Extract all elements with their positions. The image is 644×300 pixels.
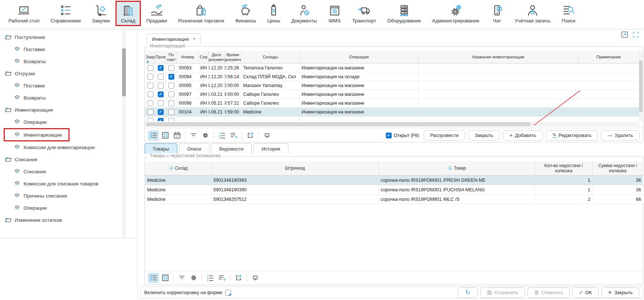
column-header-posted[interactable]: Пров bbox=[156, 51, 166, 64]
closed-checkbox[interactable] bbox=[147, 91, 153, 97]
nav-item-equipment[interactable]: Оборудование bbox=[382, 1, 427, 26]
sidebar-item-inventory-commissions[interactable]: Комиссии для инвентаризации bbox=[0, 141, 137, 153]
ok-button[interactable]: ✓OK bbox=[572, 288, 599, 298]
table-row[interactable]: ✓00097ИН15.03.2123:00:00Calliope Галилео… bbox=[145, 90, 639, 99]
export-icon[interactable] bbox=[233, 273, 244, 283]
filter-icon[interactable] bbox=[188, 130, 199, 141]
nav-item-search[interactable]: Поиск bbox=[556, 1, 581, 26]
table-row[interactable]: 00095ИН29.12.2022:00:00Магазин YamamayИн… bbox=[145, 81, 639, 90]
column-header-product[interactable]: Товар bbox=[379, 162, 535, 176]
by-batch-checkbox[interactable]: ✓ bbox=[168, 74, 174, 80]
table-row[interactable]: ✓00093ИН10.12.2022:25:26Terranova Галиле… bbox=[145, 64, 639, 72]
sidebar-item-writeoff-operations[interactable]: Операции bbox=[0, 202, 137, 214]
numbered-list-icon[interactable]: 123 bbox=[216, 130, 227, 141]
close-icon[interactable]: × bbox=[193, 36, 195, 41]
table-row[interactable]: ✓ bbox=[145, 116, 639, 121]
refresh-button[interactable]: ↻ bbox=[458, 288, 478, 298]
table-row[interactable]: ✓00104ИН18.08.218:59:00MedicineИнвентари… bbox=[145, 108, 639, 116]
table-row[interactable]: Medicine5901348190383сорочка-поло /RS19P… bbox=[145, 176, 643, 185]
by-batch-checkbox[interactable] bbox=[168, 91, 174, 97]
closed-checkbox[interactable] bbox=[147, 118, 153, 122]
horizontal-scrollbar[interactable] bbox=[145, 122, 639, 127]
nav-item-account[interactable]: Учётная запись bbox=[509, 1, 556, 26]
column-header-by-batch[interactable]: По парт bbox=[166, 51, 177, 64]
sidebar-item-writeoff-commissions[interactable]: Комиссии для списания товаров bbox=[0, 178, 137, 190]
nav-item-retail[interactable]: Розничная торговля bbox=[172, 1, 230, 26]
numbered-list-icon[interactable]: 123 bbox=[204, 273, 216, 283]
filter-icon[interactable] bbox=[176, 273, 187, 283]
table-row[interactable]: 00098ИН13.05.2119:57:22Calliope ГалилеоИ… bbox=[145, 99, 639, 108]
sidebar-item-shipment-supplies[interactable]: Поставки bbox=[0, 80, 137, 92]
nav-item-sales[interactable]: Продажи bbox=[141, 1, 172, 26]
closed-checkbox[interactable] bbox=[147, 100, 153, 106]
settings-icon[interactable] bbox=[200, 130, 211, 141]
append-list-icon[interactable] bbox=[228, 130, 239, 141]
nav-item-administration[interactable]: Администрирование bbox=[427, 1, 485, 26]
list-view-icon[interactable] bbox=[148, 273, 159, 283]
tab-goods[interactable]: Товары bbox=[145, 143, 177, 154]
sidebar-item-inventory[interactable]: Инвентаризация bbox=[0, 104, 137, 116]
column-header-closed[interactable]: Закр bbox=[145, 51, 156, 64]
column-header-operation[interactable]: Операция bbox=[300, 51, 419, 64]
open-in-new-window-icon[interactable] bbox=[621, 31, 629, 39]
posted-checkbox[interactable]: ✓ bbox=[158, 118, 164, 122]
tab-sheets[interactable]: Ведомости bbox=[211, 143, 252, 154]
add-button[interactable]: +Добавить bbox=[503, 130, 543, 141]
by-batch-checkbox[interactable] bbox=[168, 118, 174, 122]
nav-item-warehouse[interactable]: Склад bbox=[115, 1, 141, 26]
calendar-icon[interactable] bbox=[171, 130, 182, 141]
correction-checkbox[interactable] bbox=[225, 290, 231, 296]
column-header-doc-date[interactable]: Дата докумен bbox=[209, 51, 225, 64]
close-button[interactable]: Закрыть bbox=[468, 130, 500, 141]
export-icon[interactable] bbox=[245, 130, 256, 141]
posted-checkbox[interactable] bbox=[158, 83, 164, 88]
sidebar-item-inventory-operations[interactable]: Операции bbox=[0, 116, 137, 128]
nav-item-prices[interactable]: $Цены bbox=[261, 1, 286, 26]
tab-history[interactable]: История bbox=[253, 143, 288, 154]
nav-item-finance[interactable]: Финансы bbox=[230, 1, 262, 26]
closed-checkbox[interactable] bbox=[147, 65, 153, 71]
append-list-icon[interactable] bbox=[216, 273, 227, 283]
sidebar-scrollbar-thumb[interactable] bbox=[122, 48, 126, 96]
column-header-number[interactable]: Номер bbox=[177, 51, 199, 64]
posted-checkbox[interactable]: ✓ bbox=[158, 65, 164, 71]
column-header-doc-time[interactable]: Время докумен bbox=[225, 51, 241, 64]
settings-icon[interactable] bbox=[188, 273, 199, 283]
sidebar-item-writeoff-reasons[interactable]: Причины списания bbox=[0, 190, 137, 202]
table-row[interactable]: Medicine5901348190390сорочка-поло /RS19P… bbox=[145, 185, 643, 195]
sidebar-item-shipment-returns[interactable]: Возвраты bbox=[0, 92, 137, 104]
by-batch-checkbox[interactable] bbox=[168, 65, 174, 71]
column-header-barcode[interactable]: Штрихкод bbox=[211, 162, 379, 176]
reload-icon[interactable] bbox=[249, 273, 260, 283]
column-header-qty[interactable]: Кол-во недостачи / излишка bbox=[535, 162, 593, 176]
sidebar-item-stock-change[interactable]: Изменение остатков bbox=[0, 214, 137, 226]
column-header-note[interactable]: Примечание bbox=[579, 51, 639, 64]
column-header-inventory-name[interactable]: Название инвентаризации bbox=[419, 51, 579, 64]
posted-checkbox[interactable]: ✓ bbox=[158, 109, 164, 115]
sidebar-item-writeoff-docs[interactable]: Списания bbox=[0, 166, 137, 178]
by-batch-checkbox[interactable] bbox=[168, 109, 174, 115]
grid-view-icon[interactable] bbox=[160, 273, 171, 283]
sidebar-item-receipt-supplies[interactable]: Поставки bbox=[0, 43, 137, 55]
sidebar-item-shipments[interactable]: Отгрузки bbox=[0, 68, 137, 80]
nav-item-purchases[interactable]: Закупки bbox=[86, 1, 115, 26]
nav-item-chat[interactable]: Чат bbox=[485, 1, 509, 26]
closed-checkbox[interactable] bbox=[147, 74, 153, 80]
nav-item-desktop[interactable]: Рабочий стол bbox=[3, 1, 45, 26]
column-header-warehouses[interactable]: Склады bbox=[241, 51, 300, 64]
vertical-scrollbar[interactable] bbox=[639, 51, 643, 121]
nav-item-transport[interactable]: Транспорт bbox=[347, 1, 382, 26]
by-batch-checkbox[interactable] bbox=[168, 83, 174, 88]
nav-item-wms[interactable]: WMS bbox=[323, 1, 347, 26]
column-header-series[interactable]: Сер bbox=[199, 51, 209, 64]
unpost-button[interactable]: Распровести bbox=[424, 130, 465, 141]
closed-checkbox[interactable] bbox=[147, 83, 153, 88]
tab-lists[interactable]: Описи bbox=[179, 143, 209, 154]
fullscreen-icon[interactable] bbox=[632, 31, 640, 39]
sidebar-item-receipt-returns[interactable]: Возвраты bbox=[0, 55, 137, 68]
column-header-sum[interactable]: Сумма недостачи / излишка bbox=[593, 162, 643, 176]
sidebar-item-inventories[interactable]: Инвентаризации bbox=[4, 128, 70, 141]
table-row[interactable]: Medicine5901348257512сорочка-поло /RS19P… bbox=[145, 195, 643, 204]
nav-item-documents[interactable]: Документы bbox=[286, 1, 323, 26]
save-button[interactable]: Сохранить bbox=[480, 288, 525, 298]
